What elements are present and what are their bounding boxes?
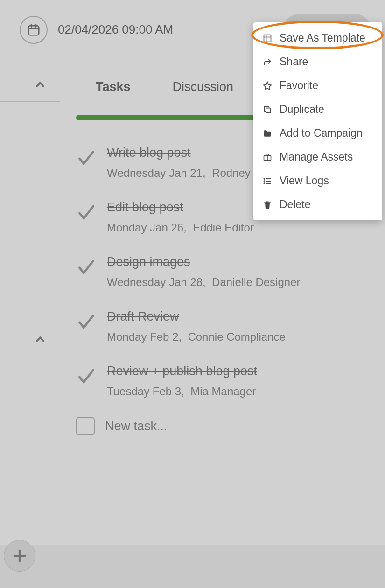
menu-delete[interactable]: Delete <box>253 193 382 217</box>
task-assignee: Mia Manager <box>190 385 256 398</box>
task-row[interactable]: Review + publish blog post Tuesday Feb 3… <box>76 356 371 410</box>
side-column <box>0 78 60 545</box>
tab-discussion[interactable]: Discussion <box>173 80 234 94</box>
svg-point-5 <box>264 181 265 182</box>
menu-view-logs[interactable]: View Logs <box>253 169 382 193</box>
menu-manage-assets[interactable]: Manage Assets <box>253 145 382 169</box>
menu-duplicate[interactable]: Duplicate <box>253 98 382 121</box>
checkmark-icon <box>76 202 97 223</box>
menu-save-template[interactable]: Save As Template <box>253 26 382 50</box>
side-divider <box>0 101 60 102</box>
menu-favorite[interactable]: Favorite <box>253 74 382 98</box>
task-meta: Tuesday Feb 3, Mia Manager <box>107 385 371 398</box>
list-icon <box>262 176 273 186</box>
menu-label: Favorite <box>280 79 318 92</box>
new-task-placeholder[interactable]: New task... <box>105 419 168 434</box>
task-title: Draft Review <box>107 309 371 324</box>
svg-rect-0 <box>28 26 39 35</box>
menu-label: Share <box>280 56 308 68</box>
menu-label: Duplicate <box>280 103 324 116</box>
menu-label: Save As Template <box>280 32 365 44</box>
task-assignee: Connie Compliance <box>188 330 285 343</box>
calendar-button[interactable] <box>20 16 48 44</box>
task-row[interactable]: Design images Wednesday Jan 28, Danielle… <box>76 246 371 301</box>
menu-label: Add to Campaign <box>280 127 363 140</box>
task-row[interactable]: Draft Review Monday Feb 2, Connie Compli… <box>76 301 371 356</box>
duplicate-icon <box>262 105 273 114</box>
menu-add-campaign[interactable]: Add to Campaign <box>253 121 382 145</box>
trash-icon <box>262 200 273 210</box>
calendar-icon <box>27 23 41 37</box>
folder-icon <box>262 129 273 138</box>
task-date: Wednesday Jan 21, <box>107 167 206 179</box>
template-icon <box>262 34 273 43</box>
task-assignee: Eddie Editor <box>193 221 254 234</box>
checkmark-icon <box>76 147 97 168</box>
task-date: Monday Feb 2, <box>107 330 182 343</box>
chevron-up-icon <box>34 78 47 91</box>
collapse-toggle-2[interactable] <box>0 333 60 346</box>
checkmark-icon <box>76 311 97 332</box>
svg-rect-1 <box>264 35 271 42</box>
menu-label: Manage Assets <box>280 151 353 163</box>
task-meta: Wednesday Jan 28, Danielle Designer <box>107 276 371 289</box>
svg-rect-2 <box>266 108 271 112</box>
task-date: Tuesday Feb 3, <box>107 385 184 398</box>
task-meta: Monday Feb 2, Connie Compliance <box>107 330 371 343</box>
plus-icon <box>12 548 28 564</box>
checkmark-icon <box>76 366 97 386</box>
collapse-toggle-1[interactable] <box>0 78 60 91</box>
options-dropdown: Save As Template Share Favorite Duplicat… <box>253 22 382 220</box>
task-date: Wednesday Jan 28, <box>107 276 206 288</box>
task-meta: Monday Jan 26, Eddie Editor <box>107 221 371 234</box>
task-title: Design images <box>107 255 371 269</box>
star-icon <box>262 81 273 91</box>
menu-label: View Logs <box>280 175 329 187</box>
menu-label: Delete <box>280 198 310 211</box>
checkmark-icon <box>76 257 97 277</box>
task-title: Review + publish blog post <box>107 364 371 378</box>
share-icon <box>262 57 273 67</box>
new-task-row[interactable]: New task... <box>76 410 371 435</box>
add-fab-button[interactable] <box>4 540 35 572</box>
svg-point-4 <box>264 178 265 179</box>
task-assignee: Danielle Designer <box>212 276 300 288</box>
new-task-checkbox[interactable] <box>76 417 95 435</box>
task-date: Monday Jan 26, <box>107 221 187 234</box>
menu-share[interactable]: Share <box>253 50 382 74</box>
briefcase-icon <box>262 153 273 162</box>
svg-point-6 <box>264 183 265 184</box>
tab-tasks[interactable]: Tasks <box>96 80 131 94</box>
chevron-up-icon <box>34 333 47 346</box>
scheduled-date: 02/04/2026 09:00 AM <box>58 22 173 37</box>
